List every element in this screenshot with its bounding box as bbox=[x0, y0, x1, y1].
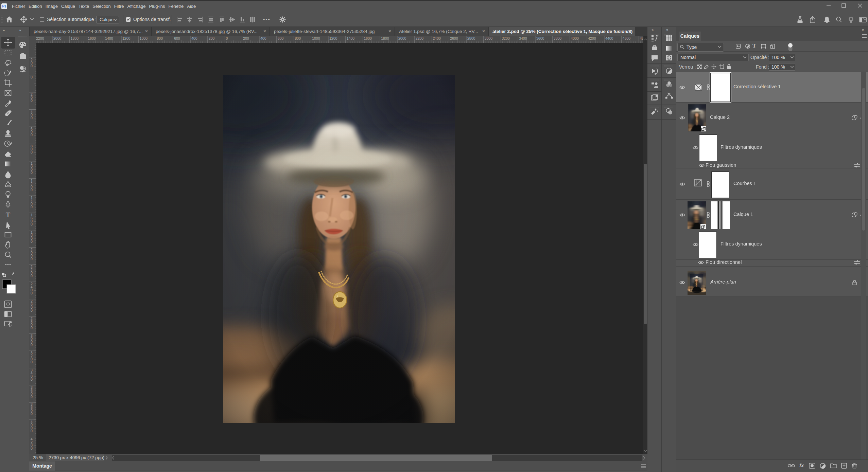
svg-text:4000: 4000 bbox=[571, 36, 579, 40]
svg-text:3800: 3800 bbox=[554, 36, 562, 40]
svg-text:1400: 1400 bbox=[105, 36, 113, 40]
svg-text:2200: 2200 bbox=[416, 36, 424, 40]
svg-text:3200: 3200 bbox=[502, 36, 510, 40]
svg-text:0: 0 bbox=[31, 98, 33, 103]
svg-text:600: 600 bbox=[278, 36, 284, 40]
svg-text:200: 200 bbox=[243, 36, 249, 40]
svg-text:0: 0 bbox=[31, 133, 33, 137]
svg-text:0: 0 bbox=[31, 257, 33, 261]
svg-text:T: T bbox=[6, 211, 11, 219]
svg-text:3000: 3000 bbox=[485, 36, 493, 40]
svg-text:0: 0 bbox=[31, 222, 33, 226]
svg-text:2600: 2600 bbox=[450, 36, 458, 40]
svg-text:0: 0 bbox=[31, 274, 33, 278]
svg-text:600: 600 bbox=[174, 36, 180, 40]
svg-text:4600: 4600 bbox=[623, 36, 631, 40]
svg-text:«: « bbox=[652, 28, 654, 32]
svg-text:1000: 1000 bbox=[140, 36, 148, 40]
svg-text:2000: 2000 bbox=[398, 36, 406, 40]
svg-text:1600: 1600 bbox=[88, 36, 96, 40]
svg-text:»: » bbox=[3, 28, 5, 32]
svg-text:0: 0 bbox=[31, 308, 33, 312]
svg-text:0: 0 bbox=[31, 343, 33, 347]
svg-text:0: 0 bbox=[31, 326, 33, 330]
svg-text:2200: 2200 bbox=[36, 36, 44, 40]
svg-text:2000: 2000 bbox=[53, 36, 62, 40]
svg-text:4200: 4200 bbox=[588, 36, 596, 40]
svg-text:0: 0 bbox=[31, 150, 33, 154]
svg-text:4400: 4400 bbox=[605, 36, 613, 40]
svg-text:1600: 1600 bbox=[364, 36, 372, 40]
svg-text:1000: 1000 bbox=[312, 36, 320, 40]
svg-text:800: 800 bbox=[295, 36, 301, 40]
svg-text:0: 0 bbox=[31, 412, 33, 416]
svg-text:0: 0 bbox=[31, 377, 33, 381]
svg-text:800: 800 bbox=[157, 36, 163, 40]
svg-text:3600: 3600 bbox=[536, 36, 544, 40]
svg-text:0: 0 bbox=[31, 429, 33, 433]
svg-text:1200: 1200 bbox=[122, 36, 131, 40]
svg-text:0: 0 bbox=[31, 291, 33, 295]
svg-text:0: 0 bbox=[31, 116, 33, 120]
svg-text:200: 200 bbox=[209, 36, 215, 40]
svg-text:400: 400 bbox=[260, 36, 266, 40]
svg-text:0: 0 bbox=[31, 239, 33, 243]
svg-text:2400: 2400 bbox=[433, 36, 441, 40]
svg-text:»: » bbox=[19, 28, 21, 32]
svg-text:0: 0 bbox=[31, 64, 33, 68]
svg-text:«: « bbox=[666, 28, 668, 32]
svg-text:0: 0 bbox=[31, 205, 33, 209]
svg-text:1400: 1400 bbox=[347, 36, 355, 40]
svg-text:1800: 1800 bbox=[381, 36, 389, 40]
svg-text:0: 0 bbox=[31, 170, 33, 175]
svg-text:2800: 2800 bbox=[467, 36, 475, 40]
svg-text:400: 400 bbox=[191, 36, 197, 40]
svg-text:0: 0 bbox=[226, 36, 228, 40]
svg-text:0: 0 bbox=[31, 188, 33, 192]
svg-text:0: 0 bbox=[31, 360, 33, 364]
svg-text:0: 0 bbox=[31, 75, 33, 79]
svg-text:4800: 4800 bbox=[640, 36, 644, 40]
svg-text:3400: 3400 bbox=[519, 36, 527, 40]
svg-text:1200: 1200 bbox=[329, 36, 337, 40]
svg-text:0: 0 bbox=[31, 446, 33, 450]
svg-text:1800: 1800 bbox=[71, 36, 79, 40]
svg-text:0: 0 bbox=[31, 395, 33, 399]
